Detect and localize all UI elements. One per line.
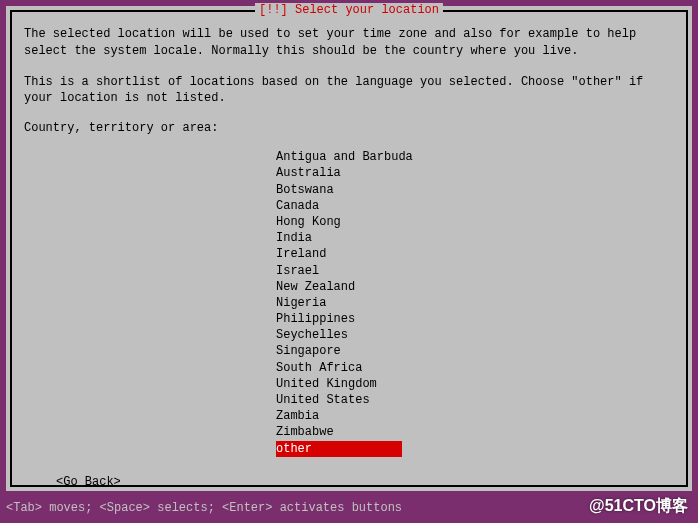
location-list[interactable]: Antigua and Barbuda Australia Botswana C… — [24, 149, 674, 457]
list-item[interactable]: Hong Kong — [24, 214, 674, 230]
list-item[interactable]: Seychelles — [24, 327, 674, 343]
go-back-button[interactable]: <Go Back> — [56, 475, 674, 489]
help-paragraph-1: The selected location will be used to se… — [24, 26, 674, 60]
list-item[interactable]: New Zealand — [24, 279, 674, 295]
list-item[interactable]: Zimbabwe — [24, 424, 674, 440]
watermark: @51CTO博客 — [589, 496, 688, 517]
list-item[interactable]: India — [24, 230, 674, 246]
list-item[interactable]: Antigua and Barbuda — [24, 149, 674, 165]
list-item[interactable]: Singapore — [24, 343, 674, 359]
help-text: The selected location will be used to se… — [24, 26, 674, 107]
list-item[interactable]: Nigeria — [24, 295, 674, 311]
select-location-dialog: [!!] Select your location The selected l… — [10, 10, 688, 487]
help-paragraph-2: This is a shortlist of locations based o… — [24, 74, 674, 108]
list-item[interactable]: Philippines — [24, 311, 674, 327]
list-item[interactable]: Botswana — [24, 182, 674, 198]
list-item[interactable]: Australia — [24, 165, 674, 181]
footer-hint: <Tab> moves; <Space> selects; <Enter> ac… — [6, 501, 402, 515]
list-item[interactable]: Israel — [24, 263, 674, 279]
prompt-label: Country, territory or area: — [24, 121, 674, 135]
dialog-title: [!!] Select your location — [255, 3, 443, 17]
list-item[interactable]: Zambia — [24, 408, 674, 424]
list-item[interactable]: Canada — [24, 198, 674, 214]
list-item[interactable]: Ireland — [24, 246, 674, 262]
list-item[interactable]: United Kingdom — [24, 376, 674, 392]
list-item-selected[interactable]: other — [24, 441, 674, 457]
list-item[interactable]: United States — [24, 392, 674, 408]
list-item[interactable]: South Africa — [24, 360, 674, 376]
installer-frame: [!!] Select your location The selected l… — [6, 6, 692, 491]
